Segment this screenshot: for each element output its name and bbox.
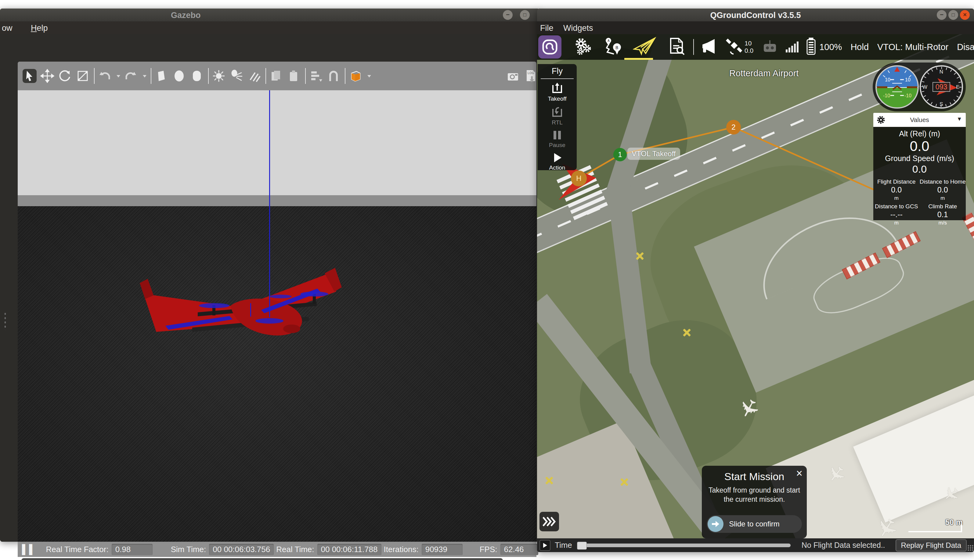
qgc-window: QGroundControl v3.5.5 − □ × File Widgets [537,8,974,552]
ground-speed-label: Ground Speed (m/s) [873,154,966,163]
gazebo-menu-window[interactable]: ow [0,23,17,33]
gazebo-toolbar: LOG [18,62,537,90]
spot-light-icon[interactable] [230,69,244,83]
sim-time-label: Sim Time: [171,545,206,554]
iterations-value: 90939 [422,544,463,555]
expand-instruments-button[interactable] [539,512,559,531]
values-panel-header[interactable]: Values ▼ [873,113,966,127]
box-shape-icon[interactable] [154,69,168,83]
aircraft-antenna-line [269,90,270,317]
vtol-aircraft-model[interactable] [137,256,351,348]
paste-icon[interactable] [287,69,301,83]
redo-icon[interactable] [124,69,138,83]
values-panel-body: Alt (Rel) (m) 0.0 Ground Speed (m/s) 0.0… [873,127,966,220]
telemetry-rssi-icon[interactable] [785,40,799,54]
takeoff-button[interactable]: Takeoff [538,82,577,102]
svg-text:A: A [607,39,610,42]
dialog-close-icon[interactable]: × [796,467,802,480]
qgc-minimize-button[interactable]: − [937,10,947,20]
rc-signal-icon[interactable] [761,38,779,56]
change-view-caret-icon[interactable] [366,69,372,83]
gazebo-titlebar[interactable]: Gazebo − □ [0,8,539,22]
sim-time-value: 00 00:06:03.756 [209,544,274,555]
qgc-titlebar[interactable]: QGroundControl v3.5.5 − □ × [537,8,974,22]
pause-button[interactable]: Pause [538,129,577,148]
fly-tools-panel: Fly Takeoff RTL Pause [538,64,577,170]
fly-panel-title: Fly [538,67,577,76]
toolbar-separator [208,68,209,84]
qgc-menu-widgets[interactable]: Widgets [559,23,597,33]
flight-mode-button[interactable]: Hold [851,42,869,52]
qgc-menu-file[interactable]: File [537,23,558,33]
qgc-map[interactable]: ✈ ✈ ✈ ✈ Rotterdam Airport H 1 VTOL Takeo… [537,34,974,538]
qgc-toolbar: A B [537,34,974,60]
time-label: Time [555,540,572,550]
redo-history-caret-icon[interactable] [142,69,148,83]
undo-icon[interactable] [98,69,112,83]
settings-gears-icon[interactable] [573,37,593,57]
qgc-logo-button[interactable] [538,35,562,58]
align-icon[interactable] [309,69,323,83]
sim-pause-icon[interactable]: ▌▌ [22,544,36,555]
sphere-shape-icon[interactable] [172,69,186,83]
gazebo-window: Gazebo − □ ow Help [0,8,539,542]
replay-time-slider[interactable] [577,543,791,547]
gazebo-maximize-button[interactable]: □ [520,10,530,20]
undo-history-caret-icon[interactable] [115,69,122,83]
select-tool-icon[interactable] [23,69,37,83]
qgc-close-button[interactable]: × [960,10,970,20]
screenshot-camera-icon[interactable] [506,69,520,83]
values-dropdown-caret-icon[interactable]: ▼ [957,116,962,122]
gazebo-playback-slider[interactable] [22,558,503,560]
pause-label: Pause [538,142,577,148]
gazebo-menu-help[interactable]: Help [27,23,52,33]
plan-mission-icon[interactable]: A B [604,37,622,57]
analyze-log-icon[interactable] [667,37,687,57]
flight-instruments-panel[interactable]: 10 10 -10 -10 [873,63,966,111]
armed-state-button[interactable]: Disarmed [957,42,974,52]
replay-flight-data-button[interactable]: Replay Flight Data [896,539,967,552]
values-settings-gear-icon[interactable] [876,115,886,125]
home-marker[interactable]: H [571,170,587,187]
start-mission-title: Start Mission [702,471,807,483]
translate-tool-icon[interactable] [40,69,54,83]
qgc-maximize-button[interactable]: □ [948,10,958,20]
battery-icon[interactable] [806,38,816,57]
action-icon [550,152,564,164]
copy-icon[interactable] [269,69,283,83]
gazebo-minimize-button[interactable]: − [503,10,513,20]
action-button[interactable]: Action [538,152,577,171]
snap-magnet-icon[interactable] [327,69,340,83]
climb-rate-cell: Climb Rate 0.1 m/s [920,202,966,227]
svg-text:W: W [922,84,927,90]
toolbar-separator [345,68,345,84]
gazebo-3d-viewport[interactable] [18,90,537,542]
replay-time-handle[interactable] [577,542,587,550]
rtl-button[interactable]: RTL [538,105,577,126]
gazebo-statusbar: ▌▌ Real Time Factor: 0.98 Sim Time: 00 0… [18,542,537,557]
sky [18,90,537,195]
replay-play-button[interactable] [539,540,550,551]
gps-satellite-icon[interactable] [725,38,743,57]
pause-icon [550,129,564,141]
compass-heading-value: 093 [936,83,947,91]
waypoint-1-marker[interactable]: 1 [613,148,627,162]
scale-tool-icon[interactable] [76,69,90,83]
vtol-mode-button[interactable]: VTOL: Multi-Rotor [877,42,948,52]
directional-light-icon[interactable] [247,69,261,83]
gps-sat-count: 10 [744,40,753,47]
qgc-window-title: QGroundControl v3.5.5 [537,11,974,20]
fly-view-icon[interactable] [633,36,657,58]
waypoint-2-marker[interactable]: 2 [726,120,741,135]
vehicle-messages-icon[interactable] [700,38,718,56]
slide-to-confirm-handle[interactable] [708,516,724,532]
gazebo-left-panel-splitter[interactable] [4,312,7,330]
change-view-icon[interactable] [349,69,362,83]
window-resize-grip[interactable] [967,545,973,551]
slide-to-confirm-track[interactable]: Slide to confirm [707,515,802,533]
svg-text:S: S [939,101,943,107]
cylinder-shape-icon[interactable] [190,69,204,83]
rotate-tool-icon[interactable] [58,69,72,83]
log-data-icon[interactable]: LOG [524,69,538,83]
point-light-icon[interactable] [212,69,226,83]
